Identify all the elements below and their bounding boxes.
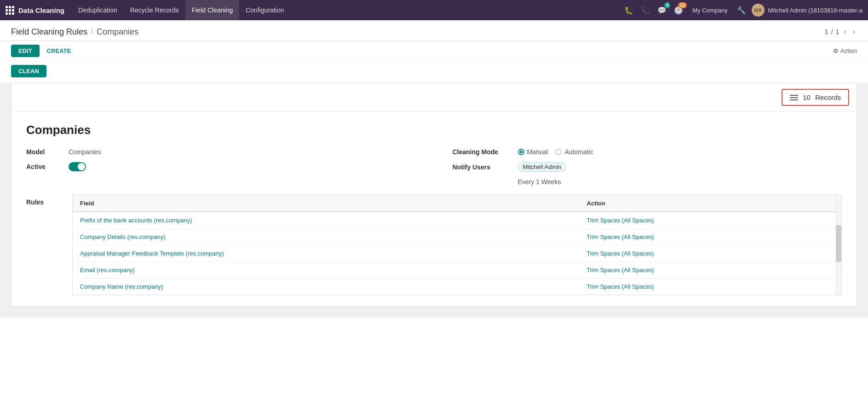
pager-total: 1	[836, 28, 839, 35]
scrollbar[interactable]	[836, 195, 841, 295]
model-row: Model Companies	[26, 148, 434, 156]
cell-action: Trim Spaces (All Spaces)	[580, 212, 841, 229]
notify-users-value: Mitchell Admin	[518, 162, 567, 172]
brand-area[interactable]: Data Cleaning	[6, 6, 64, 15]
pager-prev[interactable]: ‹	[842, 27, 848, 37]
cell-field: Company Name (res.company)	[73, 279, 580, 295]
pager-current: 1	[825, 28, 828, 35]
table-row[interactable]: Email (res.company)Trim Spaces (All Spac…	[73, 262, 841, 279]
gear-icon: ⚙	[833, 47, 839, 54]
model-value: Companies	[69, 148, 101, 156]
notify-users-row: Notify Users Mitchell Admin	[453, 162, 842, 172]
cell-action: Trim Spaces (All Spaces)	[580, 262, 841, 279]
rules-label: Rules	[26, 195, 63, 295]
table-row[interactable]: Company Name (res.company)Trim Spaces (A…	[73, 279, 841, 295]
panel-header: 10 Records	[11, 83, 857, 112]
bug-icon-wrap[interactable]: 🐛	[622, 4, 635, 17]
radio-manual-label: Manual	[527, 148, 548, 156]
radio-automatic[interactable]: Automatic	[555, 148, 593, 156]
breadcrumb-right: 1 / 1 ‹ ›	[825, 27, 857, 37]
active-row: Active	[26, 162, 434, 171]
scrollbar-thumb	[836, 225, 841, 262]
radio-automatic-label: Automatic	[564, 148, 593, 156]
records-label: Records	[815, 93, 841, 101]
menu-configuration[interactable]: Configuration	[239, 0, 290, 20]
breadcrumb-bar: Field Cleaning Rules / Companies 1 / 1 ‹…	[0, 20, 868, 41]
username: Mitchell Admin (18103818-master-a	[768, 7, 862, 14]
record-content: Companies Model Companies Active	[11, 112, 857, 306]
cell-field: Prefix of the bank accounts (res.company…	[73, 212, 580, 229]
pager: 1 / 1 ‹ ›	[825, 27, 857, 37]
active-toggle-wrap	[69, 162, 86, 171]
top-navigation: Data Cleaning Deduplication Recycle Reco…	[0, 0, 868, 20]
chat-icon-wrap[interactable]: 💬 4	[655, 4, 668, 17]
rules-table-head: Field Action	[73, 195, 841, 212]
action-button[interactable]: ⚙ Action	[833, 47, 857, 54]
pager-next[interactable]: ›	[851, 27, 857, 37]
rules-table-wrap: Field Action Prefix of the bank accounts…	[72, 195, 842, 295]
action-bar: EDIT CREATE ⚙ Action	[0, 41, 868, 61]
record-panel: 10 Records Companies Model Companies	[11, 83, 857, 307]
topnav-right-area: 🐛 📞 💬 4 🕐 32 My Company 🔧 MA Mitchell Ad…	[622, 4, 862, 17]
rules-table-body: Prefix of the bank accounts (res.company…	[73, 212, 841, 295]
records-count: 10	[803, 93, 811, 101]
grid-icon	[6, 6, 14, 15]
clock-badge: 32	[678, 2, 687, 8]
cleaning-mode-row: Cleaning Mode Manual Automatic	[453, 148, 842, 156]
clean-button[interactable]: CLEAN	[11, 65, 46, 77]
phone-icon-wrap[interactable]: 📞	[639, 4, 652, 17]
phone-icon: 📞	[641, 6, 650, 14]
col-action: Action	[580, 195, 841, 212]
cell-action: Trim Spaces (All Spaces)	[580, 245, 841, 262]
active-label: Active	[26, 163, 63, 170]
menu-field-cleaning[interactable]: Field Cleaning	[185, 0, 240, 20]
fields-grid: Model Companies Active Cl	[26, 148, 842, 186]
avatar[interactable]: MA	[752, 4, 765, 17]
notify-users-label: Notify Users	[453, 163, 512, 171]
edit-button[interactable]: EDIT	[11, 45, 40, 57]
content-wrapper: 10 Records Companies Model Companies	[0, 83, 868, 318]
cell-field: Email (res.company)	[73, 262, 580, 279]
rules-table: Field Action Prefix of the bank accounts…	[73, 195, 841, 295]
col-field: Field	[73, 195, 580, 212]
pager-sep: /	[831, 28, 833, 35]
radio-manual[interactable]: Manual	[518, 148, 548, 156]
page-container: Field Cleaning Rules / Companies 1 / 1 ‹…	[0, 20, 868, 413]
radio-automatic-dot	[555, 149, 562, 155]
bug-icon: 🐛	[624, 6, 633, 14]
every-weeks: Every 1 Weeks	[518, 178, 561, 186]
cleaning-mode-options: Manual Automatic	[518, 148, 593, 156]
table-row[interactable]: Company Details (res.company)Trim Spaces…	[73, 229, 841, 245]
table-row[interactable]: Appraisal Manager Feedback Template (res…	[73, 245, 841, 262]
table-row[interactable]: Prefix of the bank accounts (res.company…	[73, 212, 841, 229]
clean-bar: CLEAN	[0, 61, 868, 83]
cell-field: Company Details (res.company)	[73, 229, 580, 245]
every-weeks-row: Every 1 Weeks	[518, 178, 842, 186]
cell-action: Trim Spaces (All Spaces)	[580, 279, 841, 295]
rules-section: Rules Field Action Prefix o	[26, 195, 842, 295]
rules-row: Rules Field Action Prefix o	[26, 195, 842, 295]
menu-deduplication[interactable]: Deduplication	[72, 0, 124, 20]
create-button[interactable]: CREATE	[45, 45, 73, 57]
clock-icon-wrap[interactable]: 🕐 32	[672, 4, 685, 17]
settings-icon[interactable]: 🔧	[735, 4, 748, 17]
action-label: Action	[840, 47, 857, 54]
breadcrumb-separator: /	[91, 28, 93, 35]
cell-field: Appraisal Manager Feedback Template (res…	[73, 245, 580, 262]
top-menu: Deduplication Recycle Records Field Clea…	[72, 0, 622, 20]
list-icon	[790, 95, 798, 100]
record-title: Companies	[26, 123, 842, 137]
company-name[interactable]: My Company	[689, 7, 731, 14]
app-title: Data Cleaning	[18, 6, 64, 14]
cell-action: Trim Spaces (All Spaces)	[580, 229, 841, 245]
menu-recycle-records[interactable]: Recycle Records	[124, 0, 185, 20]
breadcrumb-parent[interactable]: Field Cleaning Rules	[11, 27, 87, 37]
right-fields: Cleaning Mode Manual Automatic	[434, 148, 842, 186]
radio-manual-dot	[518, 149, 524, 155]
left-fields: Model Companies Active	[26, 148, 434, 186]
active-toggle[interactable]	[69, 162, 86, 171]
cleaning-mode-label: Cleaning Mode	[453, 148, 512, 156]
breadcrumb-current: Companies	[97, 27, 138, 37]
records-badge: 10 Records	[782, 89, 849, 106]
model-label: Model	[26, 148, 63, 156]
